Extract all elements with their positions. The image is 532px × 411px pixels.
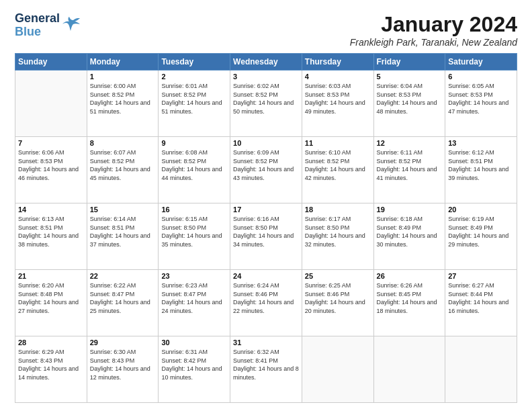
day-info: Sunrise: 6:22 AMSunset: 8:47 PMDaylight:… [90, 281, 156, 315]
calendar-cell [445, 336, 517, 403]
day-number: 27 [448, 272, 514, 280]
calendar-cell: 9 Sunrise: 6:08 AMSunset: 8:52 PMDayligh… [159, 137, 230, 203]
calendar-page: General Blue January 2024 Frankleigh Par… [0, 0, 532, 411]
calendar-week-row: 14 Sunrise: 6:13 AMSunset: 8:51 PMDaylig… [15, 203, 517, 270]
day-info: Sunrise: 6:32 AMSunset: 8:41 PMDaylight:… [233, 348, 299, 381]
day-number: 31 [233, 338, 299, 347]
calendar-cell: 3 Sunrise: 6:02 AMSunset: 8:52 PMDayligh… [230, 71, 302, 137]
calendar-cell: 19 Sunrise: 6:18 AMSunset: 8:49 PMDaylig… [373, 203, 445, 270]
day-info: Sunrise: 6:25 AMSunset: 8:46 PMDaylight:… [305, 281, 371, 315]
calendar-week-row: 28 Sunrise: 6:29 AMSunset: 8:43 PMDaylig… [15, 336, 517, 403]
calendar-cell: 25 Sunrise: 6:25 AMSunset: 8:46 PMDaylig… [302, 270, 373, 336]
day-info: Sunrise: 6:06 AMSunset: 8:53 PMDaylight:… [18, 148, 84, 182]
calendar-cell: 8 Sunrise: 6:07 AMSunset: 8:52 PMDayligh… [87, 137, 159, 203]
day-number: 12 [377, 139, 443, 147]
calendar-cell: 17 Sunrise: 6:16 AMSunset: 8:50 PMDaylig… [230, 203, 302, 270]
calendar-cell: 4 Sunrise: 6:03 AMSunset: 8:53 PMDayligh… [302, 71, 373, 137]
calendar-header-row: SundayMondayTuesdayWednesdayThursdayFrid… [15, 54, 517, 71]
logo-bird-icon [61, 15, 83, 36]
calendar-cell: 26 Sunrise: 6:26 AMSunset: 8:45 PMDaylig… [373, 270, 445, 336]
calendar-cell: 31 Sunrise: 6:32 AMSunset: 8:41 PMDaylig… [230, 336, 302, 403]
calendar-cell: 23 Sunrise: 6:23 AMSunset: 8:47 PMDaylig… [159, 270, 230, 336]
day-number: 17 [233, 205, 299, 214]
calendar-cell: 16 Sunrise: 6:15 AMSunset: 8:50 PMDaylig… [159, 203, 230, 270]
day-number: 19 [377, 205, 443, 214]
calendar-week-row: 7 Sunrise: 6:06 AMSunset: 8:53 PMDayligh… [15, 137, 517, 203]
day-number: 26 [377, 272, 443, 280]
day-info: Sunrise: 6:15 AMSunset: 8:50 PMDaylight:… [161, 215, 227, 248]
calendar-cell: 6 Sunrise: 6:05 AMSunset: 8:53 PMDayligh… [445, 71, 517, 137]
day-info: Sunrise: 6:19 AMSunset: 8:49 PMDaylight:… [448, 215, 514, 248]
day-number: 10 [233, 139, 299, 147]
day-number: 18 [305, 205, 371, 214]
day-info: Sunrise: 6:14 AMSunset: 8:51 PMDaylight:… [90, 215, 156, 248]
header: General Blue January 2024 Frankleigh Par… [15, 12, 517, 48]
day-number: 28 [18, 338, 84, 347]
calendar-cell: 7 Sunrise: 6:06 AMSunset: 8:53 PMDayligh… [15, 137, 87, 203]
day-number: 21 [18, 272, 84, 280]
location: Frankleigh Park, Taranaki, New Zealand [350, 37, 517, 48]
day-info: Sunrise: 6:11 AMSunset: 8:52 PMDaylight:… [377, 148, 443, 182]
calendar-cell: 27 Sunrise: 6:27 AMSunset: 8:44 PMDaylig… [445, 270, 517, 336]
day-info: Sunrise: 6:16 AMSunset: 8:50 PMDaylight:… [233, 215, 299, 248]
calendar-week-row: 1 Sunrise: 6:00 AMSunset: 8:52 PMDayligh… [15, 71, 517, 137]
day-number: 20 [448, 205, 514, 214]
day-number: 25 [305, 272, 371, 280]
day-number: 22 [90, 272, 156, 280]
calendar-cell: 14 Sunrise: 6:13 AMSunset: 8:51 PMDaylig… [15, 203, 87, 270]
calendar-cell: 13 Sunrise: 6:12 AMSunset: 8:51 PMDaylig… [445, 137, 517, 203]
day-number: 2 [161, 73, 227, 81]
calendar-cell: 15 Sunrise: 6:14 AMSunset: 8:51 PMDaylig… [87, 203, 159, 270]
calendar-dow-wednesday: Wednesday [230, 54, 302, 71]
day-info: Sunrise: 6:10 AMSunset: 8:52 PMDaylight:… [305, 148, 371, 182]
logo-blue: Blue [15, 26, 60, 39]
calendar-cell: 30 Sunrise: 6:31 AMSunset: 8:42 PMDaylig… [159, 336, 230, 403]
calendar-cell: 22 Sunrise: 6:22 AMSunset: 8:47 PMDaylig… [87, 270, 159, 336]
day-info: Sunrise: 6:31 AMSunset: 8:42 PMDaylight:… [161, 348, 227, 381]
day-number: 15 [90, 205, 156, 214]
day-number: 1 [90, 73, 156, 81]
day-info: Sunrise: 6:29 AMSunset: 8:43 PMDaylight:… [18, 348, 84, 381]
day-number: 13 [448, 139, 514, 147]
calendar-cell: 24 Sunrise: 6:24 AMSunset: 8:46 PMDaylig… [230, 270, 302, 336]
day-info: Sunrise: 6:05 AMSunset: 8:53 PMDaylight:… [448, 82, 514, 116]
day-number: 4 [305, 73, 371, 81]
day-number: 9 [161, 139, 227, 147]
day-info: Sunrise: 6:20 AMSunset: 8:48 PMDaylight:… [18, 281, 84, 315]
day-number: 3 [233, 73, 299, 81]
calendar-cell: 12 Sunrise: 6:11 AMSunset: 8:52 PMDaylig… [373, 137, 445, 203]
day-number: 29 [90, 338, 156, 347]
day-info: Sunrise: 6:26 AMSunset: 8:45 PMDaylight:… [377, 281, 443, 315]
day-info: Sunrise: 6:23 AMSunset: 8:47 PMDaylight:… [161, 281, 227, 315]
calendar-cell: 21 Sunrise: 6:20 AMSunset: 8:48 PMDaylig… [15, 270, 87, 336]
calendar-cell: 1 Sunrise: 6:00 AMSunset: 8:52 PMDayligh… [87, 71, 159, 137]
day-info: Sunrise: 6:24 AMSunset: 8:46 PMDaylight:… [233, 281, 299, 315]
day-info: Sunrise: 6:02 AMSunset: 8:52 PMDaylight:… [233, 82, 299, 116]
calendar-dow-friday: Friday [373, 54, 445, 71]
calendar-dow-monday: Monday [87, 54, 159, 71]
calendar-cell: 5 Sunrise: 6:04 AMSunset: 8:53 PMDayligh… [373, 71, 445, 137]
day-info: Sunrise: 6:27 AMSunset: 8:44 PMDaylight:… [448, 281, 514, 315]
calendar-cell: 20 Sunrise: 6:19 AMSunset: 8:49 PMDaylig… [445, 203, 517, 270]
calendar-week-row: 21 Sunrise: 6:20 AMSunset: 8:48 PMDaylig… [15, 270, 517, 336]
calendar-cell [15, 71, 87, 137]
day-info: Sunrise: 6:17 AMSunset: 8:50 PMDaylight:… [305, 215, 371, 248]
calendar-cell: 2 Sunrise: 6:01 AMSunset: 8:52 PMDayligh… [159, 71, 230, 137]
day-number: 30 [161, 338, 227, 347]
calendar-cell: 10 Sunrise: 6:09 AMSunset: 8:52 PMDaylig… [230, 137, 302, 203]
day-info: Sunrise: 6:07 AMSunset: 8:52 PMDaylight:… [90, 148, 156, 182]
calendar-cell: 28 Sunrise: 6:29 AMSunset: 8:43 PMDaylig… [15, 336, 87, 403]
calendar-dow-tuesday: Tuesday [159, 54, 230, 71]
day-number: 6 [448, 73, 514, 81]
day-number: 16 [161, 205, 227, 214]
day-number: 23 [161, 272, 227, 280]
calendar-cell [373, 336, 445, 403]
day-number: 24 [233, 272, 299, 280]
day-info: Sunrise: 6:18 AMSunset: 8:49 PMDaylight:… [377, 215, 443, 248]
day-number: 11 [305, 139, 371, 147]
day-info: Sunrise: 6:30 AMSunset: 8:43 PMDaylight:… [90, 348, 156, 381]
calendar-cell: 11 Sunrise: 6:10 AMSunset: 8:52 PMDaylig… [302, 137, 373, 203]
calendar-cell [302, 336, 373, 403]
calendar-cell: 18 Sunrise: 6:17 AMSunset: 8:50 PMDaylig… [302, 203, 373, 270]
calendar-dow-saturday: Saturday [445, 54, 517, 71]
